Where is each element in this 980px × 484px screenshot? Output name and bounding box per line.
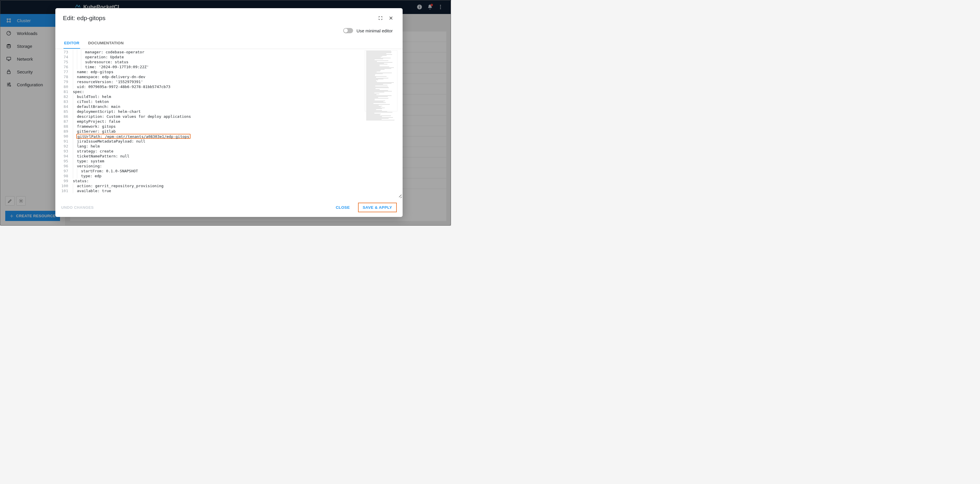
code-line[interactable]: available: true: [73, 188, 402, 193]
code-line[interactable]: uid: 0979695a-9972-48b6-9278-81bb5747cb7…: [73, 84, 402, 89]
code-line[interactable]: action: gerrit_repository_provisioning: [73, 184, 402, 188]
code-line[interactable]: status:: [73, 179, 402, 184]
code-line[interactable]: ticketNamePattern: null: [73, 154, 402, 159]
code-line[interactable]: framework: gitops: [73, 124, 402, 129]
tab-editor[interactable]: EDITOR: [64, 38, 80, 49]
save-apply-button[interactable]: SAVE & APPLY: [358, 203, 397, 212]
tab-documentation[interactable]: DOCUMENTATION: [88, 38, 124, 49]
code-line[interactable]: namespace: edp-delivery-dn-dev: [73, 74, 402, 79]
code-line[interactable]: buildTool: helm: [73, 94, 402, 99]
minimal-editor-toggle[interactable]: [343, 28, 353, 33]
code-editor[interactable]: 7374757677787980818283848586878889909192…: [55, 49, 402, 199]
modal-title: Edit: edp-gitops: [63, 14, 105, 22]
code-line[interactable]: name: edp-gitops: [73, 69, 402, 74]
code-line[interactable]: jiraIssueMetadataPayload: null: [73, 139, 402, 144]
edit-modal: Edit: edp-gitops Use minimal editor EDIT…: [55, 8, 402, 217]
code-line[interactable]: lang: helm: [73, 144, 402, 149]
code-line[interactable]: ciTool: tekton: [73, 99, 402, 104]
modal-tabs: EDITOR DOCUMENTATION: [55, 35, 402, 49]
resize-handle-icon[interactable]: [397, 193, 402, 198]
code-line[interactable]: startFrom: 0.1.0-SNAPSHOT: [73, 169, 402, 174]
code-line[interactable]: operation: Update: [73, 54, 402, 59]
code-line[interactable]: gitUrlPath: /epm-cmtr/tenants/a08303e1/e…: [73, 134, 402, 139]
code-line[interactable]: emptyProject: false: [73, 119, 402, 124]
code-line[interactable]: description: Custom values for deploy ap…: [73, 114, 402, 119]
code-line[interactable]: subresource: status: [73, 59, 402, 64]
code-line[interactable]: type: edp: [73, 174, 402, 179]
fullscreen-icon[interactable]: [376, 14, 385, 22]
undo-changes-button: UNDO CHANGES: [61, 205, 94, 210]
code-line[interactable]: gitServer: gitlab: [73, 129, 402, 134]
code-line[interactable]: time: '2024-09-17T10:09:22Z': [73, 64, 402, 69]
close-icon[interactable]: [387, 14, 395, 22]
highlighted-line: gitUrlPath: /epm-cmtr/tenants/a08303e1/e…: [76, 134, 191, 139]
code-line[interactable]: type: system: [73, 159, 402, 164]
code-line[interactable]: manager: codebase-operator: [73, 50, 402, 54]
code-line[interactable]: deploymentScript: helm-chart: [73, 109, 402, 114]
code-line[interactable]: strategy: create: [73, 149, 402, 154]
close-button[interactable]: CLOSE: [331, 203, 354, 212]
code-line[interactable]: spec:: [73, 89, 402, 94]
minimal-editor-label: Use minimal editor: [356, 28, 393, 33]
code-line[interactable]: versioning:: [73, 164, 402, 169]
code-line[interactable]: defaultBranch: main: [73, 104, 402, 109]
code-line[interactable]: resourceVersion: '1552979391': [73, 79, 402, 84]
